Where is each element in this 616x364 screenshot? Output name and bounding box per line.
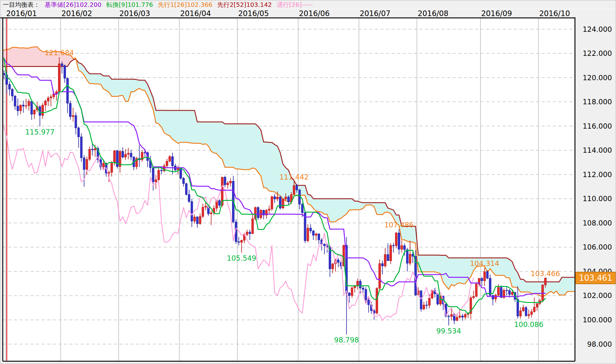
swing-low-label: 105.549: [227, 254, 256, 262]
chart-window: 一目均衡表： 基準値[26]102.200 転換[9]101.776 先行1[2…: [0, 0, 616, 364]
price-tick-label: 114.000: [583, 146, 612, 154]
swing-low-label: 100.086: [514, 321, 543, 329]
ichimoku-chart[interactable]: 121.684115.977111.442105.549107.48698.79…: [0, 9, 616, 364]
price-tick-label: 116.000: [583, 122, 612, 130]
month-label: 2016/03: [119, 9, 150, 18]
price-tick-label: 124.000: [583, 25, 612, 33]
indicator-header: 一目均衡表： 基準値[26]102.200 転換[9]101.776 先行1[2…: [0, 0, 616, 9]
tenkan-value-label: 転換[9]101.776: [106, 0, 153, 9]
senkou2-value-label: 先行2[52]103.142: [217, 0, 272, 9]
swing-low-label: 99.534: [436, 327, 461, 335]
price-tick-label: 108.000: [583, 219, 612, 227]
month-label: 2016/05: [238, 9, 269, 18]
price-tick-label: 102.000: [583, 292, 612, 300]
price-tick-label: 120.000: [583, 74, 612, 82]
current-price-value: 103.461: [579, 273, 612, 283]
kijun-value-label: 基準値[26]102.200: [45, 0, 102, 9]
month-label: 2016/04: [180, 9, 211, 18]
swing-low-label: 98.798: [334, 336, 359, 344]
price-tick-label: 100.000: [583, 316, 612, 324]
swing-high-label: 104.314: [470, 259, 499, 267]
month-label: 2016/09: [481, 9, 512, 18]
month-label: 2016/07: [360, 9, 391, 18]
chart-title: 一目均衡表：: [3, 0, 40, 9]
price-tick-label: 112.000: [583, 171, 612, 179]
price-tick-label: 118.000: [583, 98, 612, 106]
month-label: 2016/10: [539, 9, 570, 18]
month-label: 2016/08: [418, 9, 448, 18]
price-tick-label: 106.000: [583, 243, 612, 251]
swing-high-label: 103.466: [531, 270, 560, 278]
swing-high-label: 111.442: [279, 173, 309, 181]
month-label: 2016/02: [61, 9, 92, 18]
price-badge: 103.461: [576, 272, 616, 284]
price-tick-label: 122.000: [583, 49, 612, 57]
swing-high-label: 107.486: [384, 221, 414, 229]
chikou-value-label: 遅行[26]-----: [277, 0, 313, 9]
price-tick-label: 98.000: [587, 340, 612, 348]
month-label: 2016/06: [299, 9, 330, 18]
swing-high-label: 121.684: [44, 49, 74, 57]
senkou1-value-label: 先行1[26]102.366: [158, 0, 213, 9]
price-tick-label: 110.000: [583, 195, 612, 203]
month-label: 2016/01: [6, 9, 37, 18]
swing-low-label: 115.977: [25, 128, 55, 136]
